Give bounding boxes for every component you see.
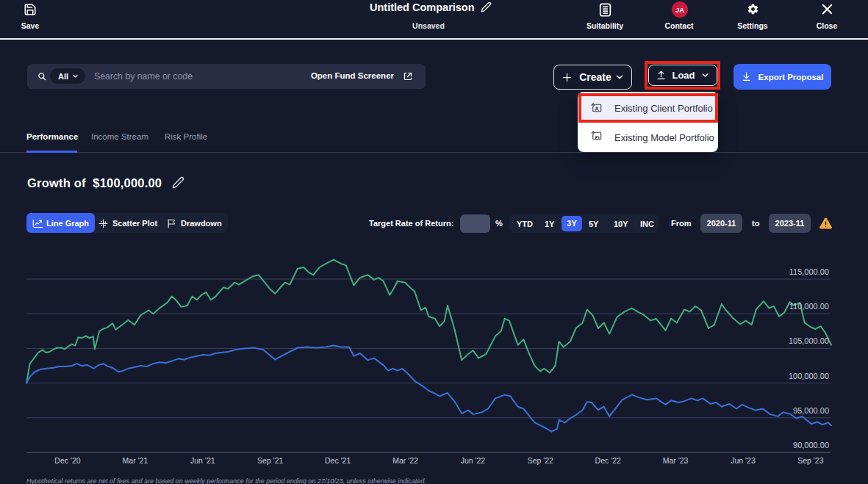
svg-text:90,000.00: 90,000.00: [793, 441, 829, 449]
svg-text:Jun '22: Jun '22: [461, 456, 486, 465]
svg-text:115,000.00: 115,000.00: [789, 267, 829, 276]
svg-text:Dec '20: Dec '20: [54, 456, 80, 465]
svg-text:Dec '21: Dec '21: [325, 456, 351, 465]
svg-text:Mar '22: Mar '22: [392, 456, 418, 465]
svg-text:95,000.00: 95,000.00: [793, 406, 829, 415]
svg-text:Jun '21: Jun '21: [190, 456, 215, 465]
svg-text:110,000.00: 110,000.00: [789, 302, 829, 311]
svg-text:105,000.00: 105,000.00: [789, 336, 829, 345]
svg-text:Dec '22: Dec '22: [595, 456, 621, 465]
svg-text:Mar '21: Mar '21: [123, 456, 148, 465]
svg-text:Sep '21: Sep '21: [257, 456, 283, 465]
svg-text:Sep '23: Sep '23: [797, 456, 823, 465]
svg-text:100,000.00: 100,000.00: [789, 372, 829, 380]
svg-text:Jun '23: Jun '23: [731, 456, 756, 465]
svg-text:Sep '22: Sep '22: [528, 456, 553, 465]
svg-text:Mar '23: Mar '23: [663, 456, 689, 465]
